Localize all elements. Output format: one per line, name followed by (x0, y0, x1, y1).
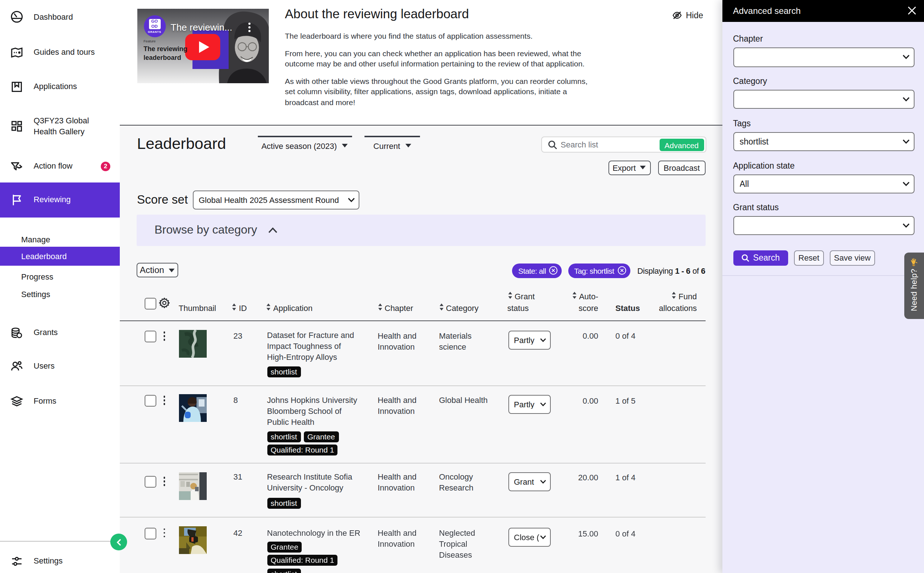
application-title[interactable]: Nanotechnology in the ER (267, 528, 369, 539)
column-header-category[interactable]: Category (439, 302, 478, 313)
sidebar-item-action-flow[interactable]: Action flow 2 (0, 153, 120, 178)
reset-button[interactable]: Reset (794, 250, 824, 266)
sidebar-subitem-label: Manage (21, 235, 50, 243)
column-header-thumbnail[interactable]: Thumbnail (179, 302, 216, 313)
tag-qualified[interactable]: Qualified: Round 1 (267, 445, 338, 456)
row-id: 23 (234, 330, 243, 341)
row-thumbnail[interactable] (179, 394, 206, 421)
tags-dropdown[interactable]: shortlist (733, 132, 915, 151)
row-checkbox[interactable] (144, 476, 156, 488)
chapter-select[interactable] (733, 47, 915, 67)
table-row[interactable]: 31 Research Institute Sofia University -… (120, 463, 705, 517)
grant-status-select[interactable]: Partly (508, 330, 551, 349)
application-state-dropdown[interactable]: All (733, 174, 915, 193)
advanced-search-panel: Advanced search Chapter Category Tags sh… (722, 0, 924, 573)
sidebar-item-guides-and-tours[interactable]: Guides and tours (0, 40, 120, 64)
grant-status-select[interactable]: Grant (508, 472, 551, 491)
sidebar-collapse-button[interactable] (110, 534, 127, 550)
row-checkbox[interactable] (144, 528, 156, 539)
advanced-search-button[interactable]: Advanced (660, 139, 704, 152)
grant-status-dropdown[interactable]: Grant (508, 472, 551, 491)
browse-by-category-bar[interactable]: Browse by category (136, 214, 705, 246)
tag-shortlist[interactable]: shortlist (267, 568, 301, 573)
search-input[interactable] (561, 140, 656, 149)
grant-status-filter-dropdown[interactable] (733, 216, 915, 235)
score-set-dropdown[interactable]: Global Health 2025 Assessment Round (193, 190, 359, 209)
column-label: Thumbnail (179, 303, 216, 312)
row-menu-kebab-icon[interactable] (163, 477, 165, 486)
application-title[interactable]: Research Institute Sofia University - On… (267, 471, 362, 493)
row-id: 8 (234, 395, 238, 406)
sidebar-item-users[interactable]: Users (0, 354, 120, 379)
tab-current[interactable]: Current (364, 135, 420, 150)
row-menu-kebab-icon[interactable] (163, 331, 165, 341)
chapter-dropdown[interactable] (733, 47, 915, 67)
hide-link[interactable]: Hide (672, 10, 703, 20)
row-tags: shortlist Grantee Qualified: Round 1 (267, 431, 364, 456)
youtube-play-button[interactable] (185, 34, 220, 60)
tag-shortlist[interactable]: shortlist (267, 498, 301, 509)
category-dropdown[interactable] (733, 89, 915, 109)
search-icon (741, 254, 750, 262)
grant-status-dropdown[interactable]: Close ( (508, 528, 551, 547)
tab-active-season[interactable]: Active season (2023) (257, 135, 352, 150)
sidebar-item-reviewing[interactable]: Reviewing (0, 182, 120, 217)
application-state-select[interactable]: All (733, 174, 915, 193)
sidebar-item-dashboard[interactable]: Dashboard (0, 5, 120, 29)
table-row[interactable]: 23 Dataset for Fracture and Impact Tough… (120, 321, 705, 386)
row-checkbox[interactable] (144, 331, 156, 342)
save-view-button[interactable]: Save view (830, 250, 875, 266)
remove-filter-icon[interactable] (549, 266, 558, 276)
sidebar-item-q3fy23-global-health-gallery[interactable]: Q3FY23 Global Health Gallery (0, 112, 120, 141)
export-button[interactable]: Export (608, 160, 651, 175)
sidebar-subitem-leaderboard[interactable]: Leaderboard (0, 247, 120, 266)
row-menu-kebab-icon[interactable] (163, 528, 165, 538)
need-help-tab[interactable]: Need help? (904, 252, 924, 319)
sidebar-subitem-label: Settings (21, 290, 50, 298)
action-button[interactable]: Action (136, 263, 178, 277)
sidebar-item-forms[interactable]: Forms (0, 389, 120, 413)
select-all-checkbox[interactable] (144, 298, 156, 310)
tag-grantee[interactable]: Grantee (267, 541, 302, 552)
table-row[interactable]: 42 Nanotechnology in the ER Grantee Qual… (120, 517, 705, 573)
category-select[interactable] (733, 89, 915, 109)
application-title[interactable]: Dataset for Fracture and Impact Toughnes… (267, 330, 358, 363)
sidebar-subitem-manage[interactable]: Manage (0, 230, 120, 249)
column-header-application[interactable]: Application (266, 302, 313, 313)
sidebar-subitem-settings[interactable]: Settings (0, 284, 120, 303)
sidebar-item-grants[interactable]: Grants (0, 320, 120, 345)
close-panel-button[interactable] (907, 6, 917, 15)
row-checkbox[interactable] (144, 395, 156, 407)
video-thumbnail[interactable]: The reviewin... GOOD GRANTS Feature The … (137, 9, 269, 83)
tag-qualified[interactable]: Qualified: Round 1 (267, 555, 338, 566)
search-button[interactable]: Search (733, 250, 788, 266)
tags-select[interactable]: shortlist (733, 132, 915, 151)
sidebar-item-label: Action flow (34, 161, 72, 172)
table-row[interactable]: 8 Johns Hopkins University Bloomberg Sch… (120, 386, 705, 463)
grant-status-filter-select[interactable] (733, 216, 915, 235)
row-menu-kebab-icon[interactable] (163, 396, 165, 405)
column-header-auto-score[interactable]: Auto-score (536, 290, 598, 313)
sidebar-subitem-progress[interactable]: Progress (0, 267, 120, 286)
grant-status-dropdown[interactable]: Partly (508, 395, 551, 414)
tag-shortlist[interactable]: shortlist (267, 366, 301, 377)
column-header-grant-status[interactable]: Grantstatus (507, 290, 535, 313)
grant-status-select[interactable]: Partly (508, 395, 551, 414)
score-set-select[interactable]: Global Health 2025 Assessment Round (193, 190, 359, 209)
remove-filter-icon[interactable] (617, 266, 627, 276)
broadcast-button[interactable]: Broadcast (658, 160, 706, 175)
tag-shortlist[interactable]: shortlist (267, 431, 301, 442)
sidebar-item-settings-bottom[interactable]: Settings (0, 548, 120, 573)
row-thumbnail[interactable] (179, 526, 206, 554)
table-settings-gear-icon[interactable] (158, 297, 170, 312)
tag-grantee[interactable]: Grantee (303, 431, 339, 442)
row-thumbnail[interactable] (179, 330, 206, 357)
grant-status-dropdown[interactable]: Partly (508, 330, 551, 349)
column-header-fund-allocations[interactable]: Fundallocations (624, 290, 697, 313)
row-thumbnail[interactable] (179, 472, 206, 500)
application-title[interactable]: Johns Hopkins University Bloomberg Schoo… (267, 395, 359, 428)
grant-status-select[interactable]: Close ( (508, 528, 551, 547)
column-header-chapter[interactable]: Chapter (377, 302, 413, 313)
sidebar-item-applications[interactable]: Applications (0, 74, 120, 99)
column-header-id[interactable]: ID (232, 302, 247, 313)
